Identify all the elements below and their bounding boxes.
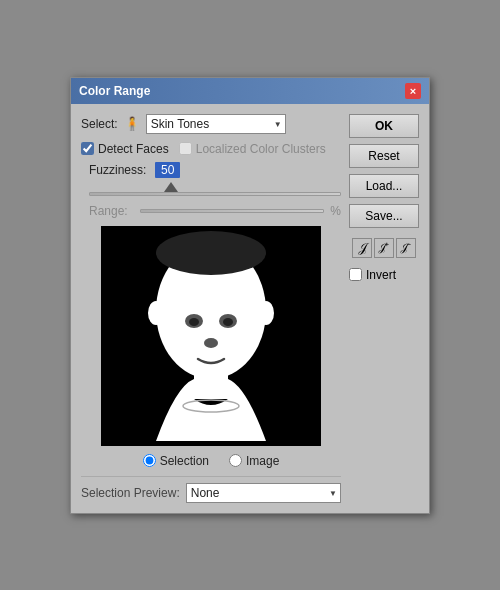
eyedropper-plus-button[interactable]: 𝒥⁺ <box>374 238 394 258</box>
selection-radio-label[interactable]: Selection <box>143 454 209 468</box>
svg-point-5 <box>189 318 199 326</box>
range-track[interactable] <box>140 209 324 213</box>
eyedropper-icon: 𝒥 <box>359 240 366 256</box>
preview-area <box>101 226 321 446</box>
image-radio-text: Image <box>246 454 279 468</box>
eyedropper-plus-icon: 𝒥⁺ <box>379 241 389 254</box>
options-row: Detect Faces Localized Color Clusters <box>81 142 341 156</box>
load-button[interactable]: Load... <box>349 174 419 198</box>
selection-radio-text: Selection <box>160 454 209 468</box>
fuzziness-label: Fuzziness: <box>89 163 149 177</box>
right-panel: OK Reset Load... Save... 𝒥 𝒥⁺ 𝒥⁻ Invert <box>349 114 419 503</box>
invert-row[interactable]: Invert <box>349 268 419 282</box>
svg-point-8 <box>148 301 164 325</box>
person-icon: 🧍 <box>124 116 140 131</box>
svg-point-6 <box>223 318 233 326</box>
svg-point-7 <box>204 338 218 348</box>
eyedropper-minus-button[interactable]: 𝒥⁻ <box>396 238 416 258</box>
eyedropper-button[interactable]: 𝒥 <box>352 238 372 258</box>
image-radio[interactable] <box>229 454 242 467</box>
localized-color-checkbox <box>179 142 192 155</box>
dialog-body: Select: 🧍 Skin Tones Reds Yellows Greens… <box>71 104 429 513</box>
select-row: Select: 🧍 Skin Tones Reds Yellows Greens… <box>81 114 341 134</box>
dialog-title: Color Range <box>79 84 150 98</box>
invert-checkbox[interactable] <box>349 268 362 281</box>
detect-faces-label[interactable]: Detect Faces <box>81 142 169 156</box>
svg-rect-1 <box>194 371 228 399</box>
select-label: Select: <box>81 117 118 131</box>
reset-button[interactable]: Reset <box>349 144 419 168</box>
selection-preview-label: Selection Preview: <box>81 486 180 500</box>
selection-radio[interactable] <box>143 454 156 467</box>
detect-faces-text: Detect Faces <box>98 142 169 156</box>
fuzziness-slider-container <box>81 182 341 196</box>
selection-preview-row: Selection Preview: None Grayscale Black … <box>81 476 341 503</box>
svg-point-10 <box>156 231 266 275</box>
title-bar: Color Range × <box>71 78 429 104</box>
localized-color-label: Localized Color Clusters <box>179 142 326 156</box>
tools-row: 𝒥 𝒥⁺ 𝒥⁻ <box>349 238 419 258</box>
fuzziness-track[interactable] <box>89 192 341 196</box>
left-panel: Select: 🧍 Skin Tones Reds Yellows Greens… <box>81 114 341 503</box>
select-dropdown[interactable]: Skin Tones Reds Yellows Greens Cyans Blu… <box>146 114 286 134</box>
ok-button[interactable]: OK <box>349 114 419 138</box>
color-range-dialog: Color Range × Select: 🧍 Skin Tones Reds … <box>70 77 430 514</box>
face-preview-svg <box>126 231 296 441</box>
select-dropdown-wrapper: Skin Tones Reds Yellows Greens Cyans Blu… <box>146 114 286 134</box>
eyedropper-minus-icon: 𝒥⁻ <box>401 241 411 254</box>
selection-preview-dropdown[interactable]: None Grayscale Black Matte White Matte Q… <box>186 483 341 503</box>
fuzziness-value: 50 <box>155 162 180 178</box>
save-button[interactable]: Save... <box>349 204 419 228</box>
image-radio-label[interactable]: Image <box>229 454 279 468</box>
invert-label: Invert <box>366 268 396 282</box>
sel-prev-dropdown-wrapper: None Grayscale Black Matte White Matte Q… <box>186 483 341 503</box>
close-button[interactable]: × <box>405 83 421 99</box>
localized-color-text: Localized Color Clusters <box>196 142 326 156</box>
fuzziness-row: Fuzziness: 50 <box>81 162 341 178</box>
svg-point-9 <box>258 301 274 325</box>
radio-row: Selection Image <box>81 454 341 468</box>
detect-faces-checkbox[interactable] <box>81 142 94 155</box>
